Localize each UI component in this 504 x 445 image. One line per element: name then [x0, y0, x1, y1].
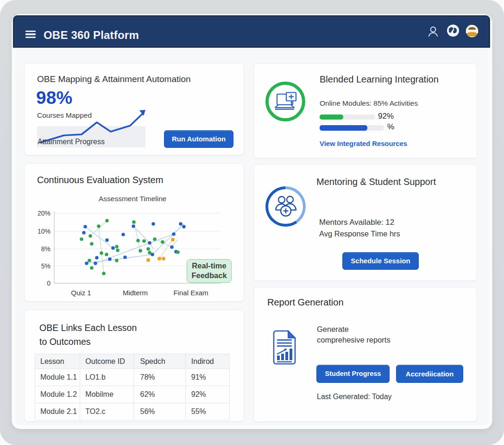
svg-text:20%: 20%: [38, 210, 50, 217]
svg-text:Final Exam: Final Exam: [173, 289, 208, 297]
svg-text:8%: 8%: [41, 245, 50, 253]
svg-text:5%: 5%: [41, 262, 50, 270]
svg-text:10%: 10%: [38, 228, 50, 235]
svg-text:Quiz 1: Quiz 1: [71, 289, 91, 297]
svg-text:Midterm: Midterm: [123, 289, 148, 297]
svg-text:0: 0: [47, 280, 50, 287]
